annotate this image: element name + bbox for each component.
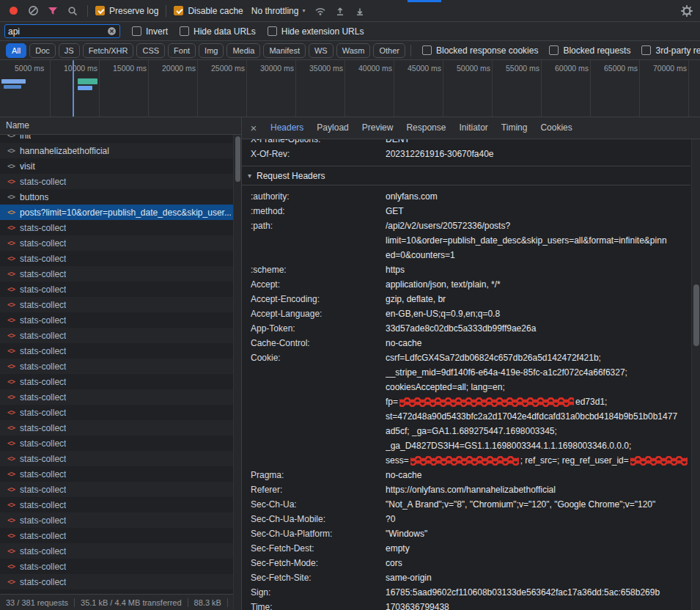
request-row[interactable]: <>stats-collect — [0, 436, 241, 451]
tab-headers[interactable]: Headers — [264, 117, 310, 139]
request-row[interactable]: <>stats-collect — [0, 282, 241, 297]
filter-chip-js[interactable]: JS — [59, 43, 80, 58]
header-row: Referer:https://onlyfans.com/hannaheliza… — [242, 482, 690, 497]
header-row: :authority:onlyfans.com — [242, 189, 690, 204]
request-row[interactable]: <>stats-collect — [0, 235, 241, 251]
header-value: application/json, text/plain, */* — [386, 277, 690, 292]
filter-chip-doc[interactable]: Doc — [29, 43, 56, 58]
request-row[interactable]: <>stats-collect — [0, 466, 241, 482]
timeline-overview[interactable]: 5000 ms10000 ms15000 ms20000 ms25000 ms3… — [0, 60, 700, 117]
request-row[interactable]: <>init — [0, 135, 241, 143]
request-row[interactable]: <>stats-collect — [0, 220, 241, 235]
disable-cache-checkbox[interactable]: Disable cache — [174, 6, 243, 16]
request-list-scrollbar[interactable] — [233, 135, 241, 610]
request-row-content: <>stats-collect — [0, 312, 241, 328]
filter-chip-media[interactable]: Media — [226, 43, 260, 58]
tab-cookies[interactable]: Cookies — [534, 117, 578, 139]
tab-preview[interactable]: Preview — [355, 117, 400, 139]
filter-chip-font[interactable]: Font — [168, 43, 196, 58]
tab-initiator[interactable]: Initiator — [452, 117, 494, 139]
header-name: Sign: — [242, 585, 386, 600]
filter-chip-ws[interactable]: WS — [309, 43, 334, 58]
blocked-requests-checkbox[interactable]: Blocked requests — [549, 45, 630, 56]
network-filter-box[interactable] — [4, 24, 120, 38]
header-value-line: "Not_A Brand";v="8", "Chromium";v="120",… — [386, 497, 690, 512]
import-har-button[interactable] — [333, 4, 347, 18]
header-name: Cookie: — [242, 350, 386, 468]
request-row-content: <>stats-collect — [0, 389, 241, 405]
request-row[interactable]: <>stats-collect — [0, 420, 241, 436]
close-details-button[interactable]: × — [245, 122, 262, 134]
hide-data-urls-checkbox[interactable]: Hide data URLs — [180, 26, 256, 37]
request-row[interactable]: <>stats-collect — [0, 389, 241, 405]
request-row[interactable]: <>stats-collect — [0, 266, 241, 282]
header-name: Time: — [242, 600, 386, 610]
request-row[interactable]: <>stats-collect — [0, 405, 241, 420]
filter-chip-img[interactable]: Img — [199, 43, 224, 58]
export-har-button[interactable] — [353, 4, 367, 18]
request-row[interactable]: <>stats-collect — [0, 512, 241, 528]
filter-chip-all[interactable]: All — [6, 43, 26, 58]
tab-response[interactable]: Response — [399, 117, 452, 139]
network-status-bar: 33 / 381 requests 35.1 kB / 4.4 MB trans… — [0, 594, 241, 610]
invert-checkbox[interactable]: Invert — [132, 26, 168, 37]
error-request-icon: <> — [7, 331, 15, 339]
request-row[interactable]: <>stats-collect — [0, 251, 241, 266]
clear-filter-icon[interactable] — [107, 26, 117, 36]
filter-button[interactable] — [45, 4, 60, 18]
request-row[interactable]: <>stats-collect — [0, 574, 241, 589]
request-row[interactable]: <>stats-collect — [0, 589, 241, 594]
request-row[interactable]: <>stats-collect — [0, 297, 241, 312]
request-row[interactable]: <>stats-collect — [0, 359, 241, 374]
request-row[interactable]: <>posts?limit=10&order=publish_date_desc… — [0, 205, 241, 220]
preserve-log-checkbox[interactable]: Preserve log — [95, 6, 158, 16]
tab-payload[interactable]: Payload — [310, 117, 355, 139]
request-row-content: <>stats-collect — [0, 297, 241, 312]
record-button[interactable] — [6, 4, 21, 18]
request-row[interactable]: <>stats-collect — [0, 559, 241, 574]
details-scrollbar[interactable] — [691, 139, 700, 610]
request-row[interactable]: <>stats-collect — [0, 328, 241, 343]
throttling-dropdown[interactable]: No throttling ▾ — [248, 6, 309, 16]
request-row[interactable]: <>stats-collect — [0, 312, 241, 328]
hide-extension-urls-checkbox[interactable]: Hide extension URLs — [268, 26, 364, 37]
request-row[interactable]: <>stats-collect — [0, 451, 241, 466]
blocked-response-cookies-checkbox[interactable]: Blocked response cookies — [422, 45, 538, 56]
request-row[interactable]: <>stats-collect — [0, 528, 241, 543]
scrollbar-thumb[interactable] — [235, 136, 240, 182]
filter-chip-manifest[interactable]: Manifest — [263, 43, 306, 58]
settings-button[interactable] — [679, 4, 694, 18]
filter-chip-other[interactable]: Other — [373, 43, 405, 58]
timeline-gridline — [541, 60, 542, 117]
network-conditions-button[interactable] — [313, 4, 328, 18]
request-row[interactable]: <>stats-collect — [0, 174, 241, 189]
filter-chip-fetch-xhr[interactable]: Fetch/XHR — [83, 43, 134, 58]
header-value: empty — [386, 541, 690, 556]
3rd-party-requests-checkbox[interactable]: 3rd-party requests — [641, 45, 700, 56]
search-button[interactable] — [65, 4, 80, 18]
request-row[interactable]: <>stats-collect — [0, 343, 241, 359]
header-row: Sec-Ch-Ua:"Not_A Brand";v="8", "Chromium… — [242, 497, 690, 512]
header-row: Sign:16785:5aad9602cf110608b03133de56364… — [242, 585, 690, 600]
request-row[interactable]: <>stats-collect — [0, 497, 241, 512]
scrolled-response-headers: X-Frame-Options: DENY — [242, 139, 690, 147]
request-row[interactable]: <>stats-collect — [0, 374, 241, 389]
request-row[interactable]: <>buttons — [0, 189, 241, 205]
filter-chip-css[interactable]: CSS — [136, 43, 165, 58]
scrollbar-thumb[interactable] — [693, 284, 699, 346]
header-value: no-cache — [386, 336, 690, 350]
request-row[interactable]: <>stats-collect — [0, 482, 241, 497]
timeline-gridline — [590, 60, 591, 117]
header-value: cors — [386, 556, 690, 570]
header-value-line: _ga_D4827DS3H4=GS1.1.1698003344.1.1.1698… — [386, 438, 690, 453]
tab-timing[interactable]: Timing — [495, 117, 534, 139]
request-name: stats-collect — [20, 177, 66, 187]
filter-chip-wasm[interactable]: Wasm — [336, 43, 371, 58]
clear-network-log-button[interactable] — [26, 4, 40, 18]
filter-input[interactable] — [8, 26, 107, 37]
request-row[interactable]: <>hannahelizabethofficial — [0, 143, 241, 158]
request-row[interactable]: <>visit — [0, 158, 241, 174]
name-column-header[interactable]: Name — [0, 117, 241, 135]
request-row[interactable]: <>stats-collect — [0, 543, 241, 559]
request-headers-section[interactable]: ▾ Request Headers — [242, 166, 690, 185]
